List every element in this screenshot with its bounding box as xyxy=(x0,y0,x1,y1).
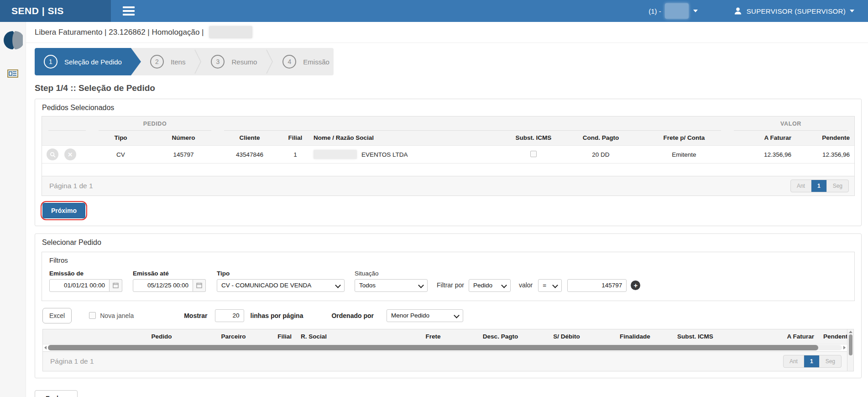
col-r-social: R. Social xyxy=(296,329,401,344)
cell-cond-pagto: 20 DD xyxy=(561,146,641,164)
scroll-up-icon[interactable] xyxy=(849,331,852,333)
subst-icms-checkbox[interactable] xyxy=(530,151,537,157)
next-page-button[interactable]: Seg xyxy=(827,180,848,192)
page-indicator: Página 1 de 1 xyxy=(48,357,94,365)
step-label: Emissão xyxy=(303,58,329,66)
excel-button[interactable]: Excel xyxy=(42,308,72,323)
filter-tipo: Tipo CV - COMUNICADO DE VENDA xyxy=(217,270,345,292)
col-parceiro: Parceiro xyxy=(196,329,271,344)
panel-title: Selecionar Pedido xyxy=(35,234,861,251)
calendar-icon[interactable] xyxy=(193,279,206,292)
module-form-icon[interactable] xyxy=(7,69,18,78)
scrollbar-thumb[interactable] xyxy=(849,334,852,355)
menu-icon[interactable] xyxy=(120,5,136,17)
emissao-de-input[interactable] xyxy=(49,279,110,292)
group-underline xyxy=(48,121,86,131)
sort-select[interactable]: Menor Pedido xyxy=(387,309,463,322)
wizard-step-3[interactable]: 3 Resumo xyxy=(202,48,266,75)
filtrar-por-label: Filtrar por xyxy=(437,281,464,292)
tipo-select[interactable]: CV - COMUNICADO DE VENDA xyxy=(217,279,345,292)
add-filter-icon[interactable]: + xyxy=(631,281,640,290)
empty-row xyxy=(42,164,854,176)
col-finalidade: Finalidade xyxy=(597,329,673,344)
calendar-icon[interactable] xyxy=(110,279,122,292)
top-navbar: SEND | SIS (1) - SUPERVISOR (SUPERVISOR) xyxy=(0,0,868,22)
scroll-right-icon[interactable] xyxy=(843,346,846,349)
prev-page-button[interactable]: Ant xyxy=(791,180,811,192)
column-header-row: Pedido Parceiro Filial R. Social Frete D… xyxy=(43,329,847,344)
emissao-ate-input[interactable] xyxy=(133,279,193,292)
step-wizard: 1 Seleção de Pedido 2 Itens 3 Resumo 4 E… xyxy=(35,48,334,75)
cell-frete: Emitente xyxy=(641,146,727,164)
user-name: SUPERVISOR (SUPERVISOR) xyxy=(747,7,846,15)
col-nome: Nome / Razão Social xyxy=(309,131,506,146)
filters-legend: Filtros xyxy=(49,256,847,264)
horizontal-scrollbar[interactable] xyxy=(43,344,847,351)
cell-numero: 145797 xyxy=(149,146,218,164)
select-order-panel: Selecionar Pedido Filtros Emissão de xyxy=(35,233,862,378)
rows-per-page-input[interactable] xyxy=(215,309,244,322)
panel-title: Pedidos Selecionados xyxy=(35,99,861,116)
group-header-row: PEDIDO VALOR xyxy=(42,116,854,131)
current-page-button[interactable]: 1 xyxy=(811,180,827,192)
step-separator-icon xyxy=(266,48,273,75)
col-frete: Frete p/ Conta xyxy=(641,131,727,146)
filter-value-input[interactable] xyxy=(567,279,627,292)
col-a-faturar: A Faturar xyxy=(753,329,819,344)
prev-page-button[interactable]: Ant xyxy=(784,355,804,367)
col-cond-pagto: Cond. Pagto xyxy=(561,131,641,146)
ordenado-por-label: Ordenado por xyxy=(331,312,374,319)
scrollbar-thumb[interactable] xyxy=(48,345,818,350)
col-cliente: Cliente xyxy=(218,131,282,146)
chevron-down-icon[interactable] xyxy=(693,10,698,12)
nova-janela-checkbox[interactable] xyxy=(89,312,96,319)
filter-label: Emissão de xyxy=(49,270,122,277)
cell-tipo: CV xyxy=(92,146,149,164)
wizard-step-1[interactable]: 1 Seleção de Pedido xyxy=(35,48,141,75)
group-underline xyxy=(224,121,721,131)
vertical-scrollbar[interactable] xyxy=(847,329,853,371)
step-number: 3 xyxy=(211,55,225,69)
wizard-step-2[interactable]: 2 Itens xyxy=(141,48,195,75)
wizard-step-4[interactable]: 4 Emissão xyxy=(273,48,334,75)
cell-filial: 1 xyxy=(282,146,309,164)
col-pedido: Pedido xyxy=(127,329,196,344)
col-tipo: Tipo xyxy=(92,131,149,146)
column-header-row: Tipo Número Cliente Filial Nome / Razão … xyxy=(42,131,854,146)
filter-label: Situação xyxy=(355,270,428,277)
linhas-label: linhas por página xyxy=(251,312,303,319)
remove-icon[interactable]: ✕ xyxy=(64,148,76,160)
table-row: ✕ CV 145797 43547846 1 EVENTOS LTDA xyxy=(42,146,854,164)
search-icon[interactable] xyxy=(47,148,58,160)
breadcrumb-text: Libera Faturamento | 23.126862 | Homolog… xyxy=(35,28,204,37)
col-pendente: Pendente xyxy=(796,131,854,146)
nova-janela-label: Nova janela xyxy=(100,312,134,319)
scroll-left-icon[interactable] xyxy=(44,346,47,349)
operator-select[interactable]: = xyxy=(538,279,562,292)
step-separator-icon xyxy=(194,48,202,75)
step-number: 4 xyxy=(282,55,296,69)
step-label: Resumo xyxy=(231,58,257,66)
list-toolbar: Excel Nova janela Mostrar linhas por pág… xyxy=(42,308,854,323)
mostrar-label: Mostrar xyxy=(184,312,207,319)
close-button[interactable]: Fechar xyxy=(35,390,78,397)
col-a-faturar: A Faturar xyxy=(727,131,796,146)
user-menu[interactable]: SUPERVISOR (SUPERVISOR) xyxy=(733,6,854,16)
step-label: Itens xyxy=(171,58,186,66)
step-number: 2 xyxy=(150,55,164,69)
next-button[interactable]: Próximo xyxy=(42,203,85,218)
situacao-select[interactable]: Todos xyxy=(355,279,428,292)
col-desc-pagto: Desc. Pagto xyxy=(465,329,536,344)
company-logo-icon xyxy=(3,30,23,50)
filters-box: Filtros Emissão de Emissão até xyxy=(42,252,855,301)
chevron-down-icon xyxy=(850,10,854,12)
current-page-button[interactable]: 1 xyxy=(804,355,820,367)
col-subst-icms: Subst. ICMS xyxy=(673,329,753,344)
redacted-session-value xyxy=(665,3,689,19)
step-label: Seleção de Pedido xyxy=(64,58,122,66)
table-footer: Página 1 de 1 Ant 1 Seg xyxy=(42,176,854,196)
pagination: Ant 1 Seg xyxy=(783,355,842,368)
results-table: Pedido Parceiro Filial R. Social Frete D… xyxy=(42,329,854,371)
next-page-button[interactable]: Seg xyxy=(820,355,841,367)
filtrar-por-select[interactable]: Pedido xyxy=(469,279,511,292)
